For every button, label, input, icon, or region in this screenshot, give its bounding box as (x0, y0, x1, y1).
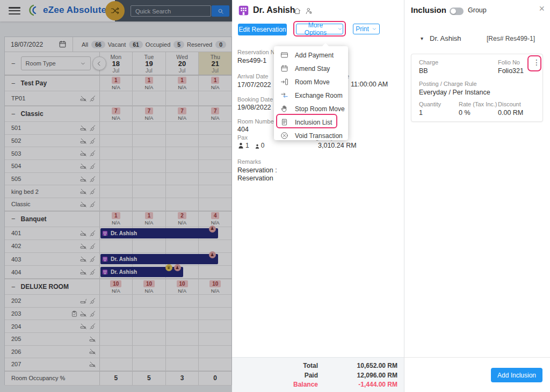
menu-item-label: Inclusion List (295, 119, 332, 126)
discount-label: Discount (498, 101, 521, 107)
menu-item-label: Stop Room Move (295, 105, 345, 113)
field-value: 19/08/2022 (237, 104, 271, 111)
menu-item-label: Amend Stay (295, 65, 330, 72)
more-options-button[interactable]: More Options (296, 24, 343, 34)
group-toggle[interactable] (450, 8, 464, 15)
exchange-room-icon (280, 91, 288, 99)
field-label: Reservation No (237, 49, 278, 55)
discount-value: 0.00 RM (498, 109, 523, 117)
menu-item-label: Room Move (295, 78, 330, 86)
pax-label: Pax (237, 134, 248, 141)
total-label: Balance (237, 381, 318, 388)
pax-values: 1 0 (237, 142, 264, 149)
total-value: 12,096.00 RM (323, 372, 397, 379)
more-options-dropdown-menu: Add PaymentAmend StayRoom MoveExchange R… (274, 46, 348, 140)
inclusion-card: Charge BB Folio No Folio321 ⋮ Posting / … (411, 54, 543, 122)
guest-icon[interactable] (305, 7, 313, 15)
house-icon[interactable] (293, 7, 301, 15)
field-value: 11:00:00 AM (351, 81, 388, 88)
app-window: eZee Absolute 18/07/2022 All66Vacant61Oc… (0, 0, 550, 392)
menu-item-label: Exchange Room (295, 92, 343, 99)
total-label: Total (237, 362, 318, 369)
charge-value: BB (419, 67, 428, 75)
inclusion-guest-name: Dr. Ashish (430, 34, 461, 42)
remarks-line1: Reservation : (237, 166, 277, 174)
folio-label: Folio No (498, 59, 520, 66)
edit-reservation-button[interactable]: Edit Reservation (238, 24, 287, 35)
guest-profile-icon[interactable] (305, 7, 313, 15)
group-toggle-label: Group (468, 6, 487, 14)
pax-child-count: 0 (261, 142, 265, 149)
field-label: Booking Date (237, 96, 273, 103)
reservation-totals-footer: Total10,652.00 RMPaid12,096.00 RMBalance… (232, 357, 404, 392)
reservation-building-icon (238, 5, 249, 16)
calendar-section: eZee Absolute 18/07/2022 All66Vacant61Oc… (0, 0, 232, 392)
stop-hand-icon (280, 105, 288, 113)
menu-item-add-payment[interactable]: Add Payment (274, 48, 348, 62)
reservation-panel: Dr. Ashish Edit Reservation More Options… (232, 0, 404, 392)
chevron-down-icon (372, 26, 377, 32)
add-inclusion-button[interactable]: Add Inclusion (491, 368, 542, 382)
menu-item-inclusion-list[interactable]: Inclusion List (274, 115, 348, 129)
posting-value: Everyday / Per Instance (419, 89, 490, 96)
person-icon (255, 144, 260, 149)
chevron-down-icon (337, 26, 343, 32)
quantity-value: 1 (419, 109, 423, 117)
total-value: -1,444.00 RM (323, 381, 397, 388)
chevron-down-icon (337, 26, 343, 32)
building-icon (238, 5, 249, 16)
menu-item-label: Add Payment (295, 52, 334, 59)
quantity-label: Quantity (419, 101, 441, 107)
field-value: Res499-1 (237, 57, 266, 64)
chevron-down-icon (372, 26, 377, 32)
field-value: 404 (237, 126, 249, 133)
folio-value: Folio321 (498, 67, 524, 75)
room-move-icon (280, 78, 288, 86)
inclusion-panel: Inclusion Group × ▾ Dr. Ashish [Res# Res… (404, 0, 550, 392)
rate-label: Rate (Tax Inc.) (459, 101, 497, 107)
close-icon[interactable]: × (539, 3, 545, 14)
amend-stay-icon (280, 64, 288, 72)
menu-item-room-move[interactable]: Room Move (274, 75, 348, 89)
total-label: Paid (237, 372, 318, 379)
menu-item-stop-room-move[interactable]: Stop Room Move (274, 102, 348, 115)
menu-item-void-transaction[interactable]: Void Transaction (274, 129, 348, 142)
pax-adult-count: 1 (245, 142, 249, 149)
menu-item-exchange-room[interactable]: Exchange Room (274, 89, 348, 102)
menu-item-label: Void Transaction (295, 132, 343, 140)
total-value: 10,652.00 RM (323, 362, 397, 369)
remarks-label: Remarks (237, 158, 261, 165)
credit-card-icon (280, 51, 288, 59)
modal-dim-overlay (0, 0, 232, 392)
remarks-line2: Reservation (237, 175, 273, 182)
field-label: Arrival Date (237, 73, 268, 79)
field-value: 3,010.24 RM (318, 142, 357, 149)
inclusion-list-icon (280, 118, 288, 126)
field-value: 17/07/2022 (237, 81, 271, 89)
void-icon (280, 132, 288, 140)
person-icon (237, 142, 244, 149)
inclusion-res-ref: [Res# Res499-1] (487, 35, 535, 42)
rate-value: 0 % (459, 109, 471, 117)
guest-name-title: Dr. Ashish (253, 5, 295, 15)
field-label: Room Number (237, 118, 276, 125)
house-icon[interactable] (293, 7, 301, 15)
inclusion-title: Inclusion (411, 5, 446, 14)
charge-label: Charge (419, 59, 438, 66)
print-button[interactable]: Print (353, 24, 380, 34)
card-menu-dots-icon[interactable]: ⋮ (533, 59, 540, 66)
caret-down-icon[interactable]: ▾ (421, 35, 423, 41)
inclusion-footer: Add Inclusion (404, 357, 550, 392)
toggle-knob (451, 9, 456, 14)
posting-label: Posting / Charge Rule (419, 81, 477, 87)
menu-item-amend-stay[interactable]: Amend Stay (274, 62, 348, 75)
